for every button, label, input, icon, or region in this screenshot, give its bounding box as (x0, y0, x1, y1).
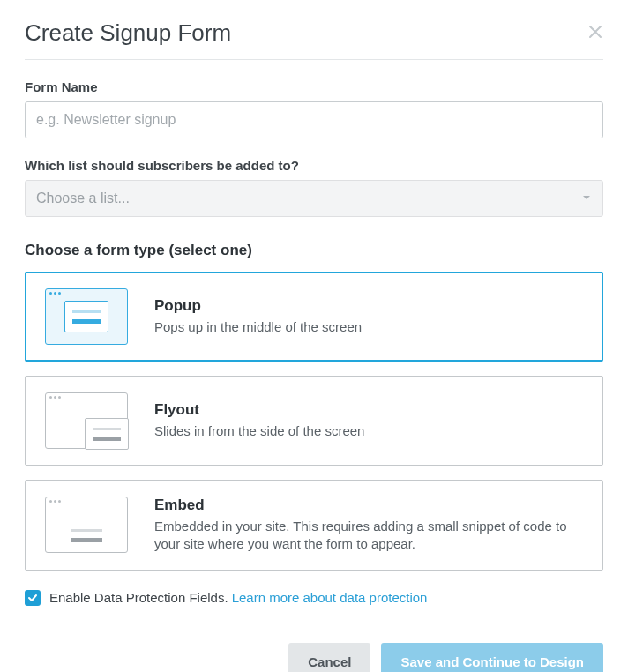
cancel-button[interactable]: Cancel (288, 643, 370, 673)
data-protection-checkbox[interactable] (25, 590, 41, 606)
form-type-option-flyout[interactable]: Flyout Slides in from the side of the sc… (25, 376, 603, 466)
check-icon (27, 593, 38, 603)
form-type-option-embed[interactable]: Embed Embedded in your site. This requir… (25, 480, 603, 571)
flyout-thumbnail-icon (45, 392, 128, 449)
chevron-down-icon (581, 190, 592, 206)
data-protection-label: Enable Data Protection Fields. (49, 590, 228, 605)
form-type-description: Slides in from the side of the screen (154, 422, 364, 440)
list-select-label: Which list should subscribers be added t… (25, 158, 603, 173)
dialog-title: Create Signup Form (25, 19, 231, 47)
form-type-option-popup[interactable]: Popup Pops up in the middle of the scree… (25, 272, 603, 362)
form-type-title: Popup (154, 297, 362, 315)
close-icon[interactable] (587, 24, 603, 43)
data-protection-row: Enable Data Protection Fields. Learn mor… (25, 590, 603, 606)
form-name-label: Form Name (25, 79, 603, 94)
save-continue-button[interactable]: Save and Continue to Design (381, 643, 603, 673)
list-select-placeholder: Choose a list... (36, 190, 130, 206)
form-name-group: Form Name (25, 79, 603, 138)
dialog-header: Create Signup Form (25, 19, 603, 60)
form-type-description: Pops up in the middle of the screen (154, 318, 362, 336)
form-type-description: Embedded in your site. This requires add… (154, 518, 583, 554)
data-protection-learn-more-link[interactable]: Learn more about data protection (232, 590, 428, 605)
form-type-title: Embed (154, 497, 583, 514)
list-select-group: Which list should subscribers be added t… (25, 158, 603, 217)
form-type-title: Flyout (154, 401, 364, 419)
embed-thumbnail-icon (45, 497, 128, 553)
popup-thumbnail-icon (45, 288, 128, 345)
dialog-footer: Cancel Save and Continue to Design (25, 643, 603, 673)
form-type-section-title: Choose a form type (select one) (25, 242, 603, 259)
list-select[interactable]: Choose a list... (25, 180, 603, 217)
form-name-input[interactable] (25, 101, 603, 138)
create-signup-form-dialog: Create Signup Form Form Name Which list … (0, 0, 628, 672)
